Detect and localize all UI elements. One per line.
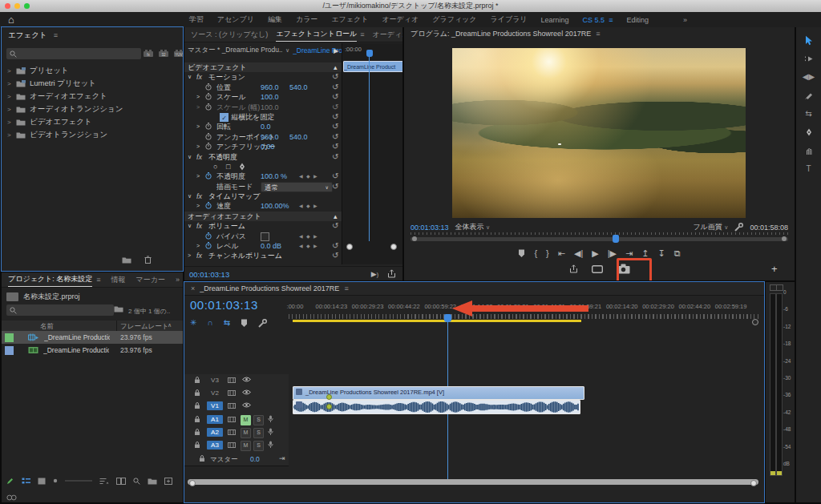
sync-lock-icon[interactable] bbox=[228, 402, 236, 409]
scrub-handle-left[interactable] bbox=[412, 236, 417, 241]
effect-row-速度[interactable]: >速度100.00%◀◆▶ bbox=[184, 201, 342, 211]
add-keyframe-icon[interactable]: ◆ bbox=[306, 171, 310, 181]
accelerated-effects-icon[interactable]: fx bbox=[143, 49, 154, 58]
effect-row-レベル[interactable]: >レベル0.0 dB◀◆▶↺ bbox=[184, 241, 342, 251]
effects-bin-Lumetri プリセット[interactable]: >Lumetri プリセット bbox=[2, 77, 183, 90]
sync-lock-icon[interactable] bbox=[228, 429, 236, 436]
razor-tool[interactable] bbox=[805, 90, 813, 101]
effect-row-タイムリマップ[interactable]: ∨fxタイムリマップ bbox=[184, 192, 342, 201]
reset-icon[interactable]: ↺ bbox=[332, 72, 338, 82]
hand-tool[interactable] bbox=[805, 145, 813, 156]
param-value[interactable]: 960.0 bbox=[261, 83, 279, 92]
add-keyframe-icon[interactable]: ◆ bbox=[306, 241, 310, 251]
twirl-icon[interactable]: ∨ bbox=[188, 192, 192, 201]
effect-row-スケール (幅)[interactable]: >スケール (幅)100.0↺ bbox=[184, 103, 342, 112]
filter-bin-icon[interactable] bbox=[114, 305, 123, 312]
column-divider[interactable] bbox=[116, 321, 117, 331]
track-select-forward-tool[interactable] bbox=[804, 53, 814, 64]
lock-icon[interactable] bbox=[194, 441, 200, 449]
yuv-icon[interactable]: YUV bbox=[173, 49, 183, 58]
twirl-icon[interactable]: > bbox=[196, 201, 200, 211]
prev-keyframe-icon[interactable]: ◀ bbox=[299, 171, 303, 181]
workspace-tab-editing[interactable]: Editing bbox=[626, 16, 649, 24]
sort-icon[interactable] bbox=[99, 478, 109, 485]
program-playhead[interactable] bbox=[613, 235, 619, 243]
reset-icon[interactable]: ↺ bbox=[332, 132, 338, 142]
reset-icon[interactable]: ↺ bbox=[332, 122, 338, 131]
twirl-icon[interactable]: > bbox=[7, 67, 12, 75]
mini-scroll-knob-left[interactable] bbox=[346, 244, 353, 250]
effect-row-モーション[interactable]: ∨fxモーション↺ bbox=[184, 72, 342, 82]
pen-tool[interactable] bbox=[806, 127, 812, 138]
workspace-tab--[interactable]: オーディオ bbox=[382, 14, 419, 25]
fit-track-icon[interactable]: ⇥ bbox=[279, 454, 285, 462]
scrollbar-knob-right[interactable] bbox=[750, 480, 757, 486]
stopwatch-icon[interactable] bbox=[205, 93, 212, 100]
project-item-row[interactable]: _DreamLine Productions Show23.976 fps bbox=[2, 331, 183, 344]
track-header-master[interactable]: マスター0.0⇥ bbox=[184, 453, 289, 466]
project-tab-情報[interactable]: 情報 bbox=[111, 273, 126, 287]
scrub-handle-right[interactable] bbox=[782, 236, 787, 241]
effect-controls-mini-timeline[interactable]: :00:00 _DreamLine Product bbox=[342, 43, 402, 264]
scrollbar-knob-left[interactable] bbox=[189, 480, 196, 486]
video-preview[interactable] bbox=[452, 48, 746, 218]
param-value[interactable]: 100.0 bbox=[261, 92, 279, 102]
stopwatch-icon[interactable] bbox=[205, 123, 212, 130]
effects-bin-ビデオトランジション[interactable]: >ビデオトランジション bbox=[2, 128, 183, 141]
reset-icon[interactable]: ↺ bbox=[332, 221, 338, 231]
mini-clip-bar[interactable]: _DreamLine Product bbox=[344, 64, 395, 70]
toggle-track-output-icon[interactable] bbox=[242, 389, 251, 395]
twirl-icon[interactable]: > bbox=[7, 106, 12, 113]
horizontal-scrollbar[interactable] bbox=[188, 479, 758, 485]
twirl-icon[interactable]: > bbox=[196, 103, 200, 112]
effect-row-位置[interactable]: 位置960.0540.0↺ bbox=[184, 83, 342, 92]
prev-keyframe-icon[interactable]: ◀ bbox=[299, 201, 303, 211]
minimize-window-button[interactable] bbox=[14, 3, 20, 9]
reset-icon[interactable]: ↺ bbox=[332, 112, 338, 122]
workspace-tab--[interactable]: アセンブリ bbox=[217, 14, 254, 25]
program-timecode[interactable]: 00:01:03:13 bbox=[410, 224, 449, 232]
effects-search-input[interactable] bbox=[6, 48, 141, 59]
slip-tool[interactable]: ⇆ bbox=[805, 108, 811, 119]
next-keyframe-icon[interactable]: ▶ bbox=[313, 232, 317, 241]
param-value[interactable]: 960.0 bbox=[261, 132, 279, 142]
twirl-icon[interactable]: ∨ bbox=[188, 72, 192, 82]
fx-badge-icon[interactable]: fx bbox=[196, 221, 202, 231]
param-value[interactable]: 540.0 bbox=[289, 83, 308, 92]
effect-row-アンチフリッカー[interactable]: >アンチフリッカー0.00↺ bbox=[184, 142, 342, 151]
add-keyframe-icon[interactable]: ◆ bbox=[306, 232, 310, 241]
tabs-overflow-icon[interactable]: » bbox=[176, 276, 180, 284]
twirl-icon[interactable]: ∨ bbox=[188, 152, 192, 162]
track-target-V3[interactable]: V3 bbox=[207, 376, 223, 385]
timeline-playhead[interactable] bbox=[444, 314, 451, 322]
sync-lock-icon[interactable] bbox=[228, 416, 236, 423]
track-target-V2[interactable]: V2 bbox=[207, 389, 223, 397]
lock-icon[interactable] bbox=[194, 401, 200, 409]
effect-name[interactable]: ボリューム bbox=[208, 221, 245, 231]
solo-button[interactable]: S bbox=[253, 428, 264, 438]
stopwatch-icon[interactable] bbox=[205, 232, 212, 240]
panel-menu-icon[interactable]: ≡ bbox=[344, 284, 348, 292]
workspace-tab--[interactable]: ライブラリ bbox=[491, 14, 528, 25]
workspace-tab--[interactable]: 学習 bbox=[189, 14, 204, 25]
close-window-button[interactable] bbox=[5, 3, 10, 9]
effect-row-回転[interactable]: >回転0.0↺ bbox=[184, 122, 342, 131]
sequence-tab-label[interactable]: _DreamLine Productions Showreel 2017RE bbox=[200, 284, 339, 292]
mute-button[interactable]: M bbox=[241, 441, 251, 451]
stopwatch-icon[interactable] bbox=[205, 202, 212, 209]
reset-icon[interactable]: ↺ bbox=[332, 182, 338, 192]
master-gain-value[interactable]: 0.0 bbox=[250, 455, 260, 463]
effect-row-チャンネルボリューム[interactable]: >fxチャンネルボリューム↺ bbox=[184, 251, 342, 260]
safe-margins-button[interactable] bbox=[592, 265, 603, 273]
reset-icon[interactable]: ↺ bbox=[332, 152, 338, 162]
track-target-A1[interactable]: A1 bbox=[207, 415, 223, 424]
workspace-tab--[interactable]: 編集 bbox=[268, 14, 282, 25]
stopwatch-icon[interactable] bbox=[205, 133, 212, 140]
reset-icon[interactable]: ↺ bbox=[332, 171, 338, 181]
step-forward-button[interactable]: |▶ bbox=[608, 249, 617, 258]
twirl-icon[interactable]: > bbox=[196, 122, 200, 131]
fx-badge-icon[interactable]: fx bbox=[196, 192, 202, 201]
voiceover-record-icon[interactable] bbox=[268, 428, 273, 436]
prev-keyframe-icon[interactable]: ◀ bbox=[299, 241, 303, 251]
add-marker-button[interactable] bbox=[518, 249, 525, 258]
